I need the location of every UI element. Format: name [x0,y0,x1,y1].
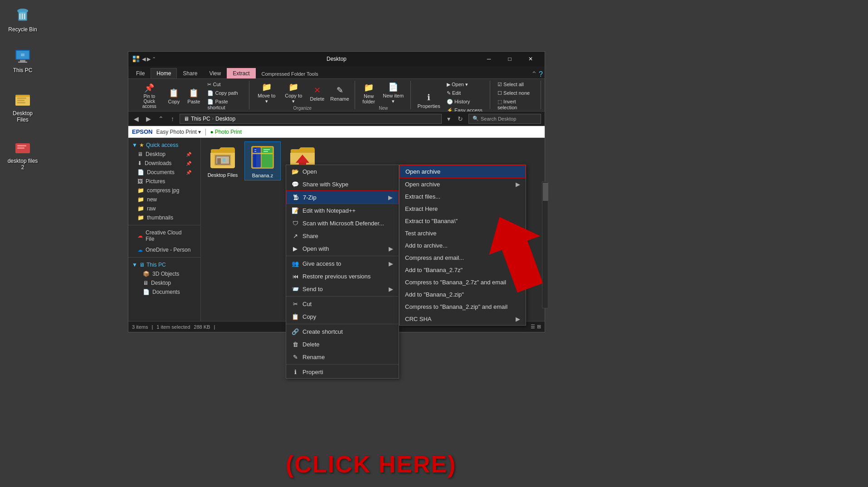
help-icon[interactable]: ? [539,70,543,78]
quick-access-header[interactable]: ▼ ★ Quick access [128,141,200,150]
copy-button[interactable]: 📋 Copy [165,87,183,106]
delete-icon: ✕ [314,85,321,95]
desktop-files-2-icon[interactable]: desktop files 2 [5,136,41,172]
select-items: ☑ Select all ☐ Select none ⬚ Invert sele… [495,81,537,111]
icon-view-btn[interactable]: ⊞ [537,324,541,330]
cut-button[interactable]: ✂ Cut [205,81,245,88]
submenu-compress-7z-email[interactable]: Compress to "Banana_2.7z" and email [400,276,526,288]
ctx-open[interactable]: 📂 Open [286,165,399,178]
tab-share[interactable]: Share [177,68,203,78]
refresh-button[interactable]: ↻ [456,114,465,123]
tab-home[interactable]: Home [151,68,177,78]
scrollbar-thumb[interactable] [543,183,548,201]
paste-shortcut-button[interactable]: 📄 Paste shortcut [205,98,245,111]
close-button[interactable]: ✕ [520,52,541,66]
invert-selection-btn[interactable]: ⬚ Invert selection [495,98,537,111]
pin-quick-access-button[interactable]: 📌 Pin to Quickaccess [136,82,163,110]
sidebar-creative-cloud[interactable]: ☁ Creative Cloud File [128,228,200,244]
submenu-open-archive[interactable]: Open archive ▶ [400,178,526,190]
submenu-compress-zip-email[interactable]: Compress to "Banana_2.zip" and email [400,301,526,313]
sidebar-compress-label: compress jpg [147,187,179,194]
submenu-crc-sha[interactable]: CRC SHA ▶ [400,313,526,325]
up-button[interactable]: ↑ [169,114,176,123]
sidebar-desktop-thispc[interactable]: 🖥 Desktop [128,278,200,287]
ctx-open-with[interactable]: ▶ Open with ▶ [286,242,399,255]
tab-compressed-folder-tools[interactable]: Compressed Folder Tools [256,69,324,78]
submenu-add-zip[interactable]: Add to "Banana_2.zip" [400,288,526,301]
submenu-open-archive-highlighted[interactable]: Open archive [400,165,526,178]
tab-extract[interactable]: Extract [227,68,255,78]
sidebar-compress-jpg[interactable]: 📁 compress jpg [128,186,200,195]
submenu-add-7z-label: Add to "Banana_2.7z" [405,267,463,273]
submenu-test-archive[interactable]: Test archive [400,227,526,239]
edit-btn[interactable]: ✎ Edit [444,89,486,97]
address-path[interactable]: 🖥 This PC › Desktop [180,114,442,124]
ctx-restore[interactable]: ⏮ Restore previous versions [286,270,399,282]
file-banana-zip[interactable]: Banana.z [244,141,281,180]
copy-path-button[interactable]: 📄 Copy path [205,89,245,97]
move-to-button[interactable]: 📁 Move to ▾ [254,81,279,106]
sidebar-downloads[interactable]: ⬇ Downloads 📌 [128,159,200,168]
paste-button[interactable]: 📋 Paste [185,87,203,106]
sidebar-desktop-icon: 🖥 [137,151,143,157]
scrollbar[interactable] [542,181,548,308]
submenu-extract-files[interactable]: Extract files... [400,190,526,203]
tab-file[interactable]: File [130,68,151,78]
ctx-notepad[interactable]: 📝 Edit with Notepad++ [286,204,399,217]
ctx-7zip-icon: 🗜 [292,194,299,201]
ctx-give-access[interactable]: 👥 Give access to ▶ [286,257,399,270]
ctx-rename[interactable]: ✎ Rename [286,351,399,363]
ctx-defender[interactable]: 🛡 Scan with Microsoft Defender... [286,217,399,229]
submenu-add-7z[interactable]: Add to "Banana_2.7z" [400,264,526,276]
ribbon-collapse[interactable]: ⌃ [531,70,537,78]
this-pc-header[interactable]: ▼ 🖥 This PC [128,260,200,269]
ctx-share[interactable]: ↗ Share [286,229,399,242]
sidebar-thumbnails[interactable]: 📁 thumbnails [128,213,200,222]
ctx-copy[interactable]: 📋 Copy [286,310,399,323]
submenu-add-to-archive[interactable]: Add to archive... [400,239,526,252]
forward-button[interactable]: ▶ [144,114,153,123]
ctx-send-to[interactable]: 📨 Send to ▶ [286,282,399,295]
sidebar-onedrive[interactable]: ☁ OneDrive - Person [128,245,200,254]
recycle-bin-icon[interactable]: Recycle Bin [5,5,41,34]
open-btn[interactable]: ▶ Open ▾ [444,81,486,88]
svg-rect-26 [217,158,221,164]
ctx-cut[interactable]: ✂ Cut [286,297,399,310]
sidebar-new[interactable]: 📁 new [128,195,200,204]
copy-to-button[interactable]: 📁 Copy to ▾ [281,81,306,106]
ctx-skype[interactable]: 💬 Share with Skype [286,178,399,190]
recent-locations-button[interactable]: ⌃ [156,114,166,123]
submenu-extract-here[interactable]: Extract Here [400,203,526,215]
view-toggle: ☰ ⊞ [531,324,541,330]
sidebar-desktop[interactable]: 🖥 Desktop 📌 [128,150,200,159]
list-view-btn[interactable]: ☰ [531,324,535,330]
select-none-btn[interactable]: ☐ Select none [495,89,537,97]
properties-button[interactable]: ℹ Properties [415,91,442,110]
new-item-button[interactable]: 📄 New item ▾ [380,81,407,106]
address-dropdown[interactable]: ▾ [445,114,452,123]
this-pc-icon[interactable]: This PC [5,45,41,75]
desktop-files-icon[interactable]: Desktop Files [5,88,41,125]
file-desktop-files[interactable]: Desktop Files [205,141,241,180]
ctx-create-shortcut[interactable]: 🔗 Create shortcut [286,325,399,338]
submenu-compress-email[interactable]: Compress and email... [400,252,526,264]
ctx-delete[interactable]: 🗑 Delete [286,338,399,351]
maximize-button[interactable]: □ [499,52,520,66]
new-folder-button[interactable]: 📁 Newfolder [360,81,378,106]
sidebar-documents[interactable]: 📄 Documents 📌 [128,168,200,177]
ctx-7zip[interactable]: 🗜 7-Zip ▶ [286,190,399,204]
delete-button[interactable]: ✕ Delete [308,84,327,103]
sidebar-documents-thispc[interactable]: 📄 Documents [128,287,200,297]
sidebar-3d-objects[interactable]: 📦 3D Objects [128,269,200,278]
rename-button[interactable]: ✎ Rename [328,84,351,103]
submenu-extract-to[interactable]: Extract to "Banana\" [400,215,526,227]
tab-view[interactable]: View [203,68,227,78]
sidebar-pictures[interactable]: 🖼 Pictures [128,177,200,186]
search-box[interactable]: 🔍 Search Desktop [468,114,541,124]
back-button[interactable]: ◀ [132,114,141,123]
history-btn[interactable]: 🕐 History [444,98,486,106]
ctx-properties[interactable]: ℹ Properti [286,365,399,378]
sidebar-raw[interactable]: 📁 raw [128,204,200,213]
minimize-button[interactable]: ─ [478,52,499,66]
select-all-btn[interactable]: ☑ Select all [495,81,537,88]
